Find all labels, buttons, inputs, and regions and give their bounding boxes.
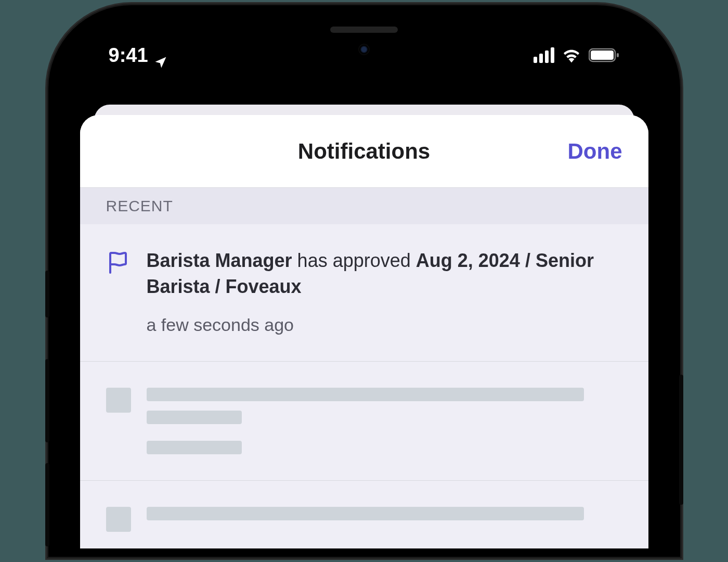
status-right	[534, 42, 620, 63]
skeleton-lines	[147, 388, 622, 454]
notifications-list[interactable]: Barista Manager has approved Aug 2, 2024…	[80, 224, 648, 548]
mute-switch	[45, 271, 49, 317]
flag-icon	[106, 250, 131, 275]
cellular-icon	[534, 47, 554, 63]
status-left: 9:41	[109, 39, 153, 67]
notifications-modal: Notifications Done RECENT Barista Manage…	[80, 115, 648, 548]
wifi-icon	[562, 47, 581, 63]
skeleton-line	[147, 388, 584, 401]
skeleton-lines	[147, 507, 622, 532]
volume-down-button	[45, 463, 49, 546]
battery-icon	[589, 48, 620, 62]
power-button	[679, 375, 683, 505]
skeleton-line	[147, 411, 242, 424]
section-header-recent: RECENT	[80, 188, 648, 224]
notification-skeleton	[80, 362, 648, 481]
done-button[interactable]: Done	[568, 139, 622, 164]
phone-screen: 9:41	[57, 14, 672, 548]
notification-action: has approved	[292, 250, 416, 271]
volume-up-button	[45, 359, 49, 442]
svg-rect-1	[591, 50, 614, 60]
notification-timestamp: a few seconds ago	[147, 315, 622, 335]
notification-skeleton	[80, 481, 648, 548]
notification-item[interactable]: Barista Manager has approved Aug 2, 2024…	[80, 224, 648, 362]
svg-rect-2	[617, 53, 619, 57]
notification-text: Barista Manager has approved Aug 2, 2024…	[147, 248, 622, 300]
phone-frame: 9:41	[48, 5, 680, 557]
skeleton-line	[147, 441, 242, 454]
phone-camera	[358, 44, 370, 55]
phone-speaker	[330, 27, 398, 33]
skeleton-icon	[106, 388, 131, 413]
skeleton-line	[147, 507, 584, 520]
modal-header: Notifications Done	[80, 115, 648, 188]
notification-actor: Barista Manager	[147, 250, 292, 271]
phone-notch	[255, 14, 473, 50]
status-time: 9:41	[109, 44, 148, 67]
notification-content: Barista Manager has approved Aug 2, 2024…	[147, 248, 622, 335]
modal-title: Notifications	[298, 139, 430, 164]
skeleton-icon	[106, 507, 131, 532]
